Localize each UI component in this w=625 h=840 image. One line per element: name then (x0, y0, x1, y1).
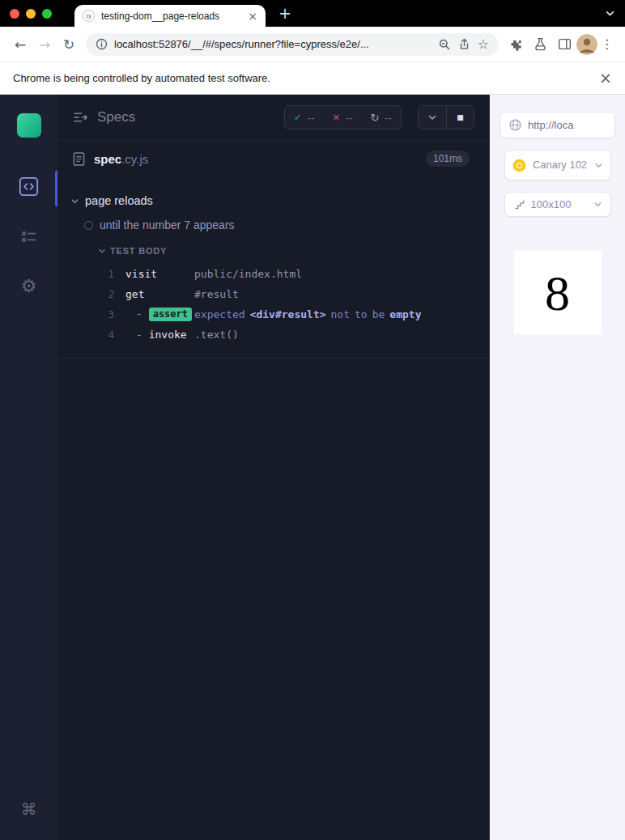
test-title: until the number 7 appears (100, 218, 235, 231)
reporter-empty-area (57, 358, 489, 840)
collapse-all-button[interactable] (419, 106, 446, 129)
cypress-sidenav: ⚙ ⌘ (0, 95, 57, 840)
test-block: page reloads until the number 7 appears … (57, 176, 489, 358)
tab-strip: cy testing-dom__page-reloads × + (0, 0, 625, 27)
new-tab-button[interactable]: + (278, 6, 291, 21)
stat-passed[interactable]: ✓ -- (285, 112, 324, 124)
profile-avatar[interactable] (576, 34, 597, 55)
spec-file-row[interactable]: spec.cy.js 101ms (57, 141, 489, 176)
assert-badge: assert (149, 308, 192, 322)
gear-icon: ⚙ (21, 278, 37, 295)
url-text: localhost:52876/__/#/specs/runner?file=c… (114, 38, 432, 50)
active-nav-indicator (55, 171, 57, 206)
assert-word: to (355, 308, 368, 320)
back-button[interactable]: ← (8, 32, 32, 57)
chevron-down-icon (98, 247, 106, 255)
infobar-message: Chrome is being controlled by automated … (13, 72, 599, 84)
aut-url-bar[interactable]: http://loca (500, 112, 615, 138)
suite-row[interactable]: page reloads (57, 194, 489, 207)
globe-icon (508, 118, 522, 132)
run-controls: ■ (418, 105, 474, 129)
bookmark-star-icon[interactable]: ☆ (478, 36, 489, 52)
chevron-down-icon (70, 197, 79, 206)
reload-button[interactable]: ↻ (57, 32, 81, 57)
test-row[interactable]: until the number 7 appears (57, 218, 489, 231)
spec-file-name: spec.cy.js (94, 152, 148, 166)
window-minimize-button[interactable] (26, 9, 36, 19)
app-result-number: 8 (545, 268, 570, 318)
stop-button[interactable]: ■ (446, 106, 474, 129)
command-number: 4 (57, 329, 114, 341)
spec-name-ext: .cy.js (121, 152, 148, 166)
extensions-puzzle-icon[interactable] (504, 32, 528, 57)
command-message: #result (194, 288, 489, 300)
command-name: - invoke (125, 329, 194, 341)
browser-selector[interactable]: Canary 102 (504, 150, 611, 180)
refresh-icon: ↻ (370, 112, 379, 124)
stop-icon: ■ (457, 113, 464, 121)
aut-panel: http://loca Canary 102 100x100 (490, 95, 625, 840)
specs-list-icon[interactable] (72, 109, 89, 126)
browser-toolbar: ← → ↻ localhost:52876/__/#/specs/runner?… (0, 27, 625, 62)
cypress-reporter: Specs ✓ -- ✕ -- ↻ -- (57, 95, 490, 840)
viewport-scale-icon (513, 198, 525, 210)
side-panel-icon[interactable] (552, 32, 576, 57)
cypress-favicon-icon: cy (83, 10, 95, 22)
test-body-toggle[interactable]: TEST BODY (57, 246, 489, 256)
sidebar-item-debug[interactable] (18, 225, 40, 248)
command-row[interactable]: 4 - invoke .text() (57, 325, 489, 345)
command-name: get (125, 288, 194, 300)
assert-target: <div#result> (250, 308, 326, 320)
command-row[interactable]: 1 visit public/index.html (57, 264, 489, 284)
chrome-canary-icon (512, 159, 526, 172)
forward-button[interactable]: → (32, 32, 57, 57)
suite-title: page reloads (85, 194, 153, 207)
main-area: ⚙ ⌘ Specs ✓ -- ✕ -- (0, 95, 625, 840)
keyboard-shortcuts-icon[interactable]: ⌘ (21, 800, 37, 819)
passed-count: -- (308, 112, 315, 124)
stat-failed[interactable]: ✕ -- (324, 112, 362, 124)
viewport-selector[interactable]: 100x100 (504, 192, 611, 217)
check-icon: ✓ (294, 112, 302, 123)
screen: cy testing-dom__page-reloads × + ← → ↻ l… (0, 0, 625, 840)
share-icon[interactable] (457, 37, 471, 51)
spec-name-bold: spec (94, 152, 121, 166)
tab-title: testing-dom__page-reloads (101, 11, 241, 22)
infobar-close-icon[interactable]: × (599, 70, 612, 86)
stat-pending[interactable]: ↻ -- (361, 112, 401, 124)
assert-word: be (372, 308, 385, 320)
command-row[interactable]: 3 - assert expected<div#result>nottobeem… (57, 304, 489, 325)
command-message: .text() (194, 329, 489, 341)
chevron-down-icon (593, 200, 602, 209)
tab-close-icon[interactable]: × (248, 11, 257, 22)
aut-url-text: http://loca (528, 119, 606, 131)
failed-count: -- (346, 112, 353, 124)
cypress-logo[interactable] (17, 113, 41, 138)
command-number: 3 (57, 309, 114, 320)
flask-extension-icon[interactable] (528, 32, 552, 57)
command-log: 1 visit public/index.html 2 get #result … (57, 264, 489, 345)
window-close-button[interactable] (10, 9, 19, 19)
assert-word: expected (194, 308, 245, 320)
command-message: expected<div#result>nottobeempty (194, 308, 489, 320)
sidebar-item-settings[interactable]: ⚙ (18, 275, 40, 298)
pending-count: -- (385, 112, 392, 124)
browser-tab[interactable]: cy testing-dom__page-reloads × (74, 5, 266, 27)
window-controls (0, 9, 63, 19)
automation-infobar: Chrome is being controlled by automated … (0, 62, 625, 95)
reporter-title: Specs (97, 109, 135, 125)
sidebar-item-specs-runner[interactable] (18, 175, 40, 197)
url-bar[interactable]: localhost:52876/__/#/specs/runner?file=c… (86, 33, 499, 56)
zoom-icon[interactable] (438, 38, 451, 51)
command-number: 2 (57, 289, 114, 300)
test-body-label: TEST BODY (110, 246, 167, 256)
command-row[interactable]: 2 get #result (57, 284, 489, 304)
site-info-icon[interactable] (96, 38, 108, 50)
browser-menu-icon[interactable]: ⋮ (597, 36, 617, 52)
command-message: public/index.html (194, 268, 489, 280)
command-dash: - (136, 329, 142, 341)
assert-state: empty (389, 308, 421, 320)
window-fullscreen-button[interactable] (42, 9, 52, 19)
tab-search-chevron-icon[interactable] (605, 8, 615, 19)
test-stats: ✓ -- ✕ -- ↻ -- (284, 105, 402, 129)
